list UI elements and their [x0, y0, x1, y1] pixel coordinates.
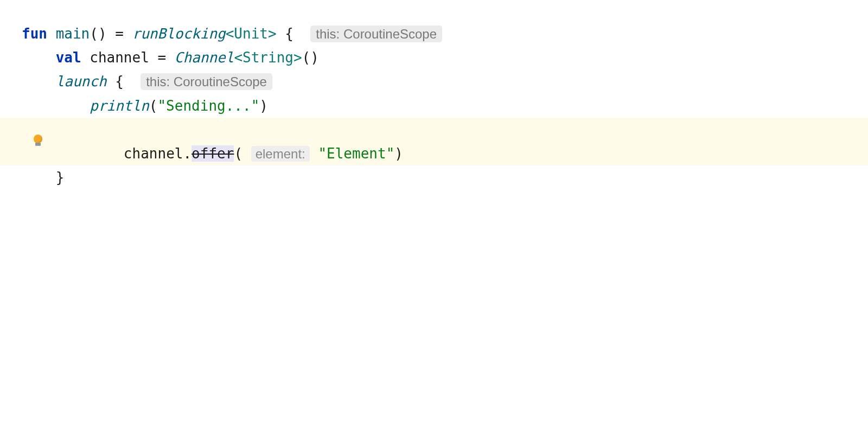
call-runblocking: runBlocking [132, 25, 226, 42]
equals-op: = [115, 25, 124, 42]
code-editor[interactable]: fun main() = runBlocking<Unit> { this: C… [0, 0, 868, 189]
lparen: ( [149, 98, 158, 114]
intention-bulb-icon[interactable] [33, 130, 43, 154]
call-launch: launch [56, 73, 107, 90]
identifier: channel [124, 145, 183, 162]
brace-close: } [56, 169, 65, 186]
inlay-hint: this: CoroutineScope [310, 25, 442, 42]
code-line-1[interactable]: fun main() = runBlocking<Unit> { this: C… [0, 22, 868, 46]
deprecated-method: offer [192, 145, 234, 162]
parens: () [90, 25, 106, 42]
code-line-6[interactable]: } [0, 165, 868, 189]
string-literal: "Sending..." [157, 98, 259, 114]
code-line-5-highlighted[interactable]: channel.offer( element: "Element") [0, 118, 868, 165]
equals-op: = [157, 49, 166, 66]
dot: . [183, 145, 192, 162]
keyword-val: val [56, 49, 81, 66]
brace-open: { [115, 73, 124, 90]
rparen: ) [394, 145, 403, 162]
keyword-fun: fun [22, 25, 47, 42]
lparen: ( [234, 145, 242, 162]
parameter-hint: element: [251, 146, 310, 162]
function-name: main [56, 25, 90, 42]
brace-open: { [285, 25, 293, 42]
type-param: <Unit> [226, 25, 277, 42]
code-line-4[interactable]: println("Sending...") [0, 94, 868, 118]
inlay-hint: this: CoroutineScope [141, 73, 272, 90]
type-param: <String> [234, 49, 302, 66]
constructor-call: Channel [175, 49, 234, 66]
identifier: channel [90, 49, 149, 66]
string-literal: "Element" [318, 145, 394, 162]
rparen: ) [259, 98, 268, 114]
code-line-2[interactable]: val channel = Channel<String>() [0, 46, 868, 69]
code-line-3[interactable]: launch { this: CoroutineScope [0, 69, 868, 93]
parens: () [302, 49, 319, 66]
call-println: println [90, 98, 149, 114]
